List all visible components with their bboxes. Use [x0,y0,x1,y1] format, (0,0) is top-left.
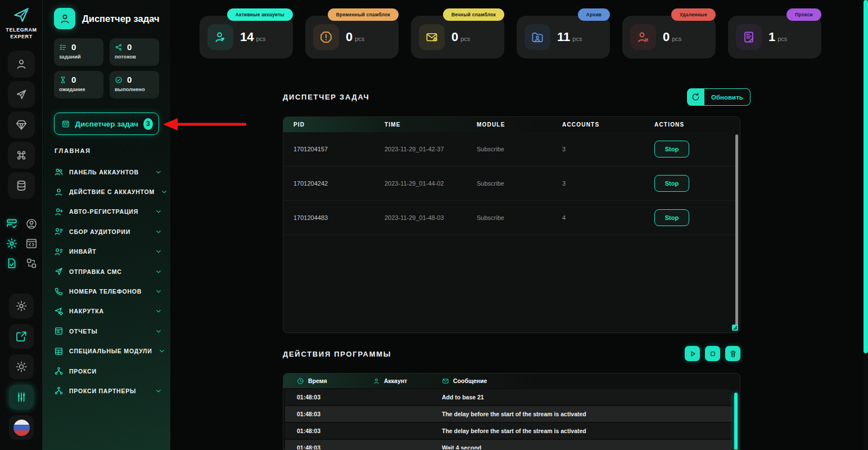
sidebar-item-4[interactable]: СБОР АУДИТОРИИ [54,222,162,241]
chevron-down-icon [155,268,162,276]
tasks-table-header: PIDTIMEMODULEACCOUNTSACTIONS [283,117,740,132]
brand-line-1: TELEGRAM [0,27,43,34]
network-icon [54,366,64,376]
stat-card-value: 11 [557,30,570,44]
log-scrollbar[interactable] [734,393,738,450]
stat-card-unit: pcs [460,35,470,42]
stat-card-value: 1 [768,30,775,44]
stat-card-pill: Архив [578,8,610,21]
stat-card-icon-tile [419,24,445,50]
sidebar-item-11[interactable]: ПРОКСИ [54,361,162,381]
dispatcher-tasks-button[interactable]: Диспетчер задач 3 [54,112,159,135]
mini-doc-check-icon[interactable] [6,257,18,269]
table-cell: Subscribe [477,180,562,187]
sidebar-item-8[interactable]: НАКРУТКА [54,302,162,321]
trash-button[interactable] [725,346,740,361]
stat-card-icon-tile [736,24,762,50]
dispatcher-header-icon [54,8,75,29]
rail-gem-button[interactable] [8,111,35,138]
tasks-table-scrollbar[interactable] [735,134,738,328]
rail-send-button[interactable] [8,81,35,108]
mini-swap-boxes-icon[interactable] [25,257,38,269]
stat-card-body: 11pcs [517,16,610,58]
sidebar-item-label: ПРОКСИ ПАРТНЕРЫ [69,388,136,394]
icon-rail: TELEGRAM EXPERT [0,0,43,450]
rail-top-buttons [8,51,35,199]
chevron-down-icon [155,228,162,236]
stat-card-5: Удаленные0pcs [622,8,716,58]
sidebar-item-12[interactable]: ПРОКСИ ПАРТНЕРЫ [54,381,162,400]
rail-brightness-button[interactable] [9,354,34,379]
resize-grip-icon[interactable] [732,325,738,331]
chevron-down-icon [155,307,162,315]
sidebar-item-6[interactable]: ОТПРАВКА СМС [54,262,162,281]
logs-section-title: ДЕЙСТВИЯ ПРОГРАММЫ [283,350,391,358]
russian-flag-icon [13,420,30,436]
chevron-down-icon [155,287,162,295]
mini-gear-icon[interactable] [6,237,18,250]
stop-button[interactable]: Stop [654,175,689,192]
log-message: Add to base 21 [442,394,732,400]
column-header-pid: PID [293,122,385,128]
stat-card-1: Активные аккаунты14pcs [200,8,293,58]
rail-command-button[interactable] [8,142,35,169]
counter-label: ожидание [59,86,98,92]
dispatcher-button-label: Диспетчер задач [75,120,138,128]
mini-user-circle-icon[interactable] [25,218,38,230]
counter-value: 0 [127,42,132,52]
folder-user-icon [531,30,544,44]
main-content: Активные аккаунты14pcsВременный спамблок… [170,0,864,450]
nav-section-label: ГЛАВНАЯ [55,147,91,154]
mini-code-window-icon[interactable] [25,237,38,250]
trash-icon [729,350,737,358]
rail-gear-button[interactable] [9,294,34,318]
task-window-icon [61,119,70,129]
app-logo: TELEGRAM EXPERT [0,4,43,40]
counter-value: 0 [71,75,76,84]
chevron-down-icon [155,387,162,395]
stat-card-body: 1pcs [728,16,821,58]
stop-button[interactable]: Stop [654,209,689,226]
stop-button[interactable]: Stop [654,141,689,158]
table-cell: 1701204483 [293,214,385,221]
sidebar-item-7[interactable]: НОМЕРА ТЕЛЕФОНОВ [54,281,162,301]
stat-card-4: Архив11pcs [517,8,610,58]
stat-card-body: 0pcs [622,16,716,58]
rail-database-button[interactable] [8,172,35,199]
rail-flag-ru-button[interactable] [9,415,34,440]
rail-sliders-button[interactable] [9,385,34,410]
table-cell: 4 [562,214,654,221]
send-icon [15,88,28,101]
log-time: 01:48:03 [297,394,373,400]
page-scrollbar-thumb[interactable] [864,0,868,353]
rail-person-button[interactable] [8,51,35,78]
refresh-button[interactable]: Обновить [687,88,751,106]
stop-square-button[interactable] [705,346,720,361]
tasks-table-body: 17012041572023-11-29_01-42-37Subscribe3S… [283,132,740,235]
stat-card-value: 14 [240,30,254,44]
send-icon [54,267,64,276]
sidebar-item-2[interactable]: ДЕЙСТВИЕ С АККАУНТОМ [54,182,162,201]
log-message: The delay before the start of the stream… [442,428,732,434]
mini-server-check-icon[interactable] [6,218,18,230]
sidebar-item-9[interactable]: ОТЧЕТЫ [54,321,162,341]
sidebar-item-5[interactable]: ИНВАЙТ [54,242,162,262]
tasks-table: PIDTIMEMODULEACCOUNTSACTIONS 17012041572… [283,116,740,333]
check-circle-icon [115,76,123,84]
mail-icon [442,377,449,385]
log-table-header: ВремяАккаунтСообщение [283,374,740,388]
chevron-down-icon [155,327,162,335]
stat-card-icon-tile [525,24,550,50]
stat-card-body: 0pcs [411,16,504,58]
users-icon [54,167,64,177]
sidebar-item-3[interactable]: АВТО-РЕГИСТРАЦИЯ [54,202,162,222]
sidebar-item-label: СБОР АУДИТОРИИ [69,228,130,235]
stat-card-icon-tile [313,24,339,50]
sidebar-item-10[interactable]: СПЕЦИАЛЬНЫЕ МОДУЛИ [54,341,162,361]
play-icon [689,350,697,358]
sidebar-item-1[interactable]: ПАНЕЛЬ АККАУНТОВ [54,162,162,182]
play-button[interactable] [685,346,700,361]
refresh-button-label: Обновить [704,88,751,106]
rail-external-link-button[interactable] [9,324,34,349]
counter-label: заданий [59,53,98,60]
